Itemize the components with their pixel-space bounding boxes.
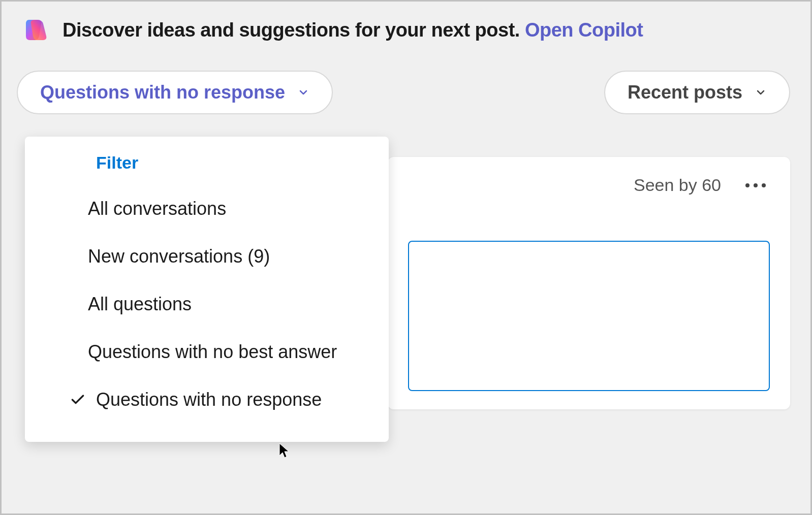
filter-option-all-questions[interactable]: All questions: [25, 280, 389, 328]
copilot-icon: [22, 16, 50, 44]
banner-message: Discover ideas and suggestions for your …: [63, 19, 525, 41]
filter-option-all-conversations[interactable]: All conversations: [25, 185, 389, 233]
filter-row: Questions with no response Recent posts: [2, 54, 810, 114]
cursor-icon: [278, 442, 291, 461]
post-content-area[interactable]: [408, 241, 770, 391]
chevron-down-icon: [297, 86, 309, 99]
dot-icon: [745, 183, 749, 187]
filter-dropdown-button[interactable]: Questions with no response: [17, 71, 333, 114]
filter-option-label: New conversations (9): [88, 246, 270, 267]
more-options-button[interactable]: [741, 179, 770, 191]
filter-option-new-conversations[interactable]: New conversations (9): [25, 233, 389, 280]
filter-option-label: Questions with no response: [96, 389, 322, 410]
sort-dropdown-button[interactable]: Recent posts: [604, 71, 790, 114]
filter-selected-label: Questions with no response: [40, 82, 285, 103]
banner-text: Discover ideas and suggestions for your …: [63, 19, 643, 41]
filter-option-no-best-answer[interactable]: Questions with no best answer: [25, 328, 389, 376]
filter-option-label: All questions: [88, 294, 192, 315]
open-copilot-link[interactable]: Open Copilot: [525, 19, 643, 41]
copilot-banner: Discover ideas and suggestions for your …: [2, 2, 810, 54]
chevron-down-icon: [755, 86, 767, 99]
sort-selected-label: Recent posts: [628, 82, 742, 103]
post-card: Seen by 60: [388, 157, 790, 409]
dropdown-header: Filter: [25, 149, 389, 185]
check-icon: [70, 392, 86, 408]
dot-icon: [754, 183, 758, 187]
filter-dropdown-menu: Filter All conversations New conversatio…: [25, 137, 389, 442]
seen-by-label: Seen by 60: [634, 175, 721, 195]
filter-option-label: Questions with no best answer: [88, 341, 337, 363]
filter-option-no-response[interactable]: Questions with no response: [25, 376, 389, 424]
filter-option-label: All conversations: [88, 198, 226, 219]
dot-icon: [762, 183, 766, 187]
post-header: Seen by 60: [408, 175, 770, 195]
